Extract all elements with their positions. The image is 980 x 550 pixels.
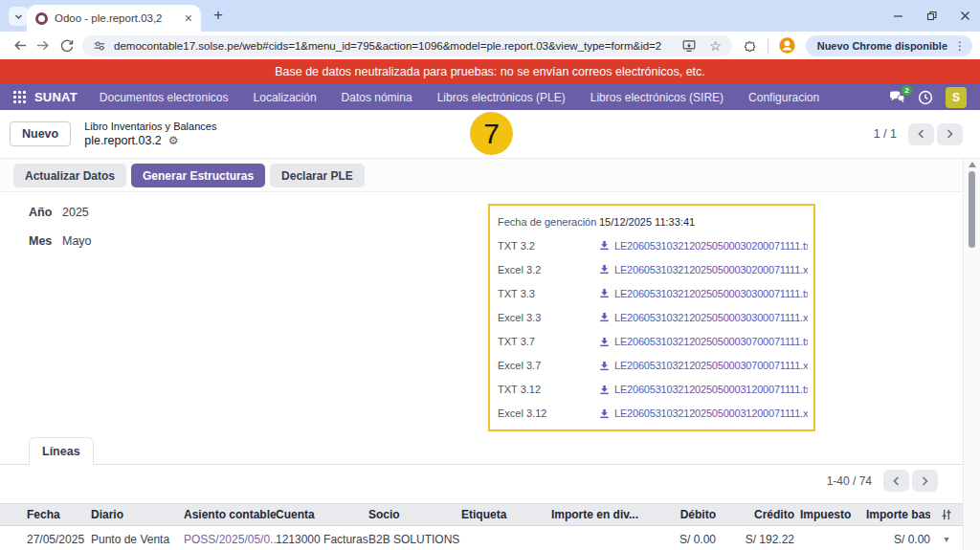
navbar-menu-item[interactable]: Libros electrónicos (PLE) (425, 91, 578, 104)
declare-ple-button[interactable]: Declarar PLE (270, 164, 365, 187)
cell-credito[interactable]: S/ 192.22 (716, 533, 794, 546)
generation-date-row: Fecha de generación 15/12/2025 11:33:41 (498, 216, 808, 228)
header-etiqueta[interactable]: Etiqueta (461, 508, 550, 521)
row-caret-down-icon[interactable]: ▾ (944, 534, 948, 544)
download-icon (599, 312, 610, 322)
cell-asiento-link[interactable]: POSS/2025/05/0... (184, 533, 276, 546)
navbar-menu-item[interactable]: Configuracion (736, 91, 832, 104)
back-button[interactable] (8, 33, 32, 58)
reload-button[interactable] (55, 33, 78, 58)
download-icon (599, 361, 610, 371)
new-record-button[interactable]: Nuevo (10, 121, 71, 146)
lines-pager-next-button[interactable] (912, 470, 938, 492)
cell-fecha[interactable]: 27/05/2025 (0, 533, 91, 546)
file-download-link[interactable]: LE2060531032120250500031200071111.txt (599, 384, 808, 395)
header-debito[interactable]: Débito (638, 508, 716, 521)
apps-grid-icon[interactable] (13, 91, 26, 103)
header-asiento[interactable]: Asiento contable (184, 508, 276, 521)
file-download-link[interactable]: LE2060531032120250500031200071111.xls (599, 407, 808, 419)
cell-socio[interactable]: B2B SOLUTIONS ... (368, 533, 461, 546)
window-close-icon[interactable] (960, 11, 970, 21)
table-row[interactable]: 27/05/2025 Punto de Venta POSS/2025/05/0… (0, 526, 963, 550)
bookmark-star-icon[interactable]: ☆ (709, 39, 722, 53)
chrome-update-button[interactable]: Nuevo Chrome disponible ⋮ (806, 35, 972, 56)
record-pager-count: 1 / 1 (874, 127, 897, 141)
new-tab-button[interactable]: + (213, 6, 223, 25)
breadcrumb-title[interactable]: Libro Inventarios y Balances (84, 120, 216, 133)
file-label: TXT 3.2 (498, 240, 599, 252)
forward-button[interactable] (32, 33, 56, 58)
header-credito[interactable]: Crédito (716, 508, 794, 521)
file-label: TXT 3.12 (498, 384, 599, 395)
navbar-menu-item[interactable]: Documentos electronicos (87, 91, 241, 104)
scrollbar-thumb[interactable] (969, 171, 975, 248)
activities-clock-icon[interactable] (918, 90, 933, 105)
address-bar[interactable]: democontable17.solse.pe/web#cids=1&menu_… (82, 35, 732, 56)
navbar-menu-item[interactable]: Libros electrónicos (SIRE) (578, 91, 736, 104)
download-icon (599, 408, 610, 419)
browser-toolbar: democontable17.solse.pe/web#cids=1&menu_… (0, 32, 980, 59)
browser-tab[interactable]: Odoo - ple.report.03,2 × (27, 5, 201, 32)
file-download-link[interactable]: LE2060531032120250500030300071111.txt (599, 288, 808, 299)
file-row: TXT 3.3 LE206053103212025050003030007111… (498, 288, 808, 299)
optional-columns-button[interactable] (930, 508, 963, 521)
update-data-button[interactable]: Actualizar Datos (13, 164, 126, 187)
scrollbar-up-arrow-icon[interactable] (969, 162, 976, 167)
generate-structures-button[interactable]: Generar Estructuras (131, 164, 265, 187)
tab-lineas[interactable]: Líneas (29, 437, 94, 465)
window-restore-icon[interactable] (926, 11, 937, 21)
header-fecha[interactable]: Fecha (0, 508, 91, 521)
navbar-menu-item[interactable]: Datos nómina (329, 91, 425, 104)
file-row: TXT 3.2 LE206053103212025050003020007111… (498, 240, 808, 252)
cell-diario[interactable]: Punto de Venta (91, 533, 184, 546)
odoo-navbar: SUNAT Documentos electronicos Localizaci… (0, 84, 980, 110)
window-minimize-icon[interactable] (893, 11, 903, 21)
action-gear-icon[interactable]: ⚙ (168, 135, 179, 146)
cell-cuenta[interactable]: 1213000 Facturas... (276, 533, 368, 546)
header-importe-base[interactable]: Importe base (866, 508, 930, 521)
file-download-link[interactable]: LE2060531032120250500030700071111.txt (599, 336, 808, 347)
tab-search-button[interactable] (9, 7, 29, 26)
toolbar-separator (768, 38, 768, 54)
profile-avatar-icon[interactable] (778, 36, 796, 55)
extensions-icon[interactable] (743, 38, 758, 54)
app-brand[interactable]: SUNAT (34, 90, 78, 104)
header-diario[interactable]: Diario (91, 508, 184, 521)
cell-importe-base[interactable]: S/ 0.00 (866, 533, 930, 546)
tab-close-icon[interactable]: × (185, 11, 192, 25)
file-download-link[interactable]: LE2060531032120250500030200071111.txt (599, 240, 808, 252)
download-icon (599, 337, 610, 347)
file-download-link[interactable]: LE2060531032120250500030700071111.xls (599, 360, 808, 371)
file-row: Excel 3.2 LE2060531032120250500030200071… (498, 264, 808, 275)
pager-previous-button[interactable] (908, 123, 934, 145)
form-view: Actualizar Datos Generar Estructuras Dec… (0, 159, 963, 550)
month-value[interactable]: Mayo (62, 234, 92, 248)
cell-debito[interactable]: S/ 0.00 (638, 533, 716, 546)
chat-button[interactable]: 2 (889, 90, 905, 104)
site-settings-icon[interactable] (93, 39, 106, 53)
file-name: LE2060531032120250500030200071111.xls (614, 264, 808, 275)
month-label: Mes (29, 234, 62, 248)
url-text[interactable]: democontable17.solse.pe/web#cids=1&menu_… (114, 40, 674, 52)
pager-next-button[interactable] (937, 123, 963, 145)
file-name: LE2060531032120250500030700071111.xls (614, 360, 808, 371)
file-download-link[interactable]: LE2060531032120250500030300071111.xls (599, 312, 808, 323)
header-cuenta[interactable]: Cuenta (276, 508, 368, 521)
user-avatar[interactable]: S (946, 87, 967, 108)
header-socio[interactable]: Socio (368, 508, 461, 521)
browser-menu-icon[interactable]: ⋮ (954, 40, 966, 52)
annotation-marker-7: 7 (470, 112, 513, 155)
navbar-menu-item[interactable]: Localización (241, 91, 329, 104)
header-importe-div[interactable]: Importe en div... (550, 508, 638, 521)
generated-files-group: Fecha de generación 15/12/2025 11:33:41 … (488, 204, 815, 431)
year-value[interactable]: 2025 (62, 206, 89, 219)
navbar-menu: Documentos electronicos Localización Dat… (87, 91, 832, 104)
file-name: LE2060531032120250500031200071111.txt (614, 384, 808, 395)
send-to-device-icon[interactable] (681, 38, 697, 53)
header-impuesto[interactable]: Impuesto (794, 508, 866, 521)
notebook-tabs: Líneas (0, 437, 963, 465)
lines-pager-previous-button[interactable] (883, 470, 909, 492)
file-download-link[interactable]: LE2060531032120250500030200071111.xls (599, 264, 808, 275)
file-name: LE2060531032120250500030300071111.xls (614, 312, 808, 323)
year-label: Año (29, 206, 62, 219)
